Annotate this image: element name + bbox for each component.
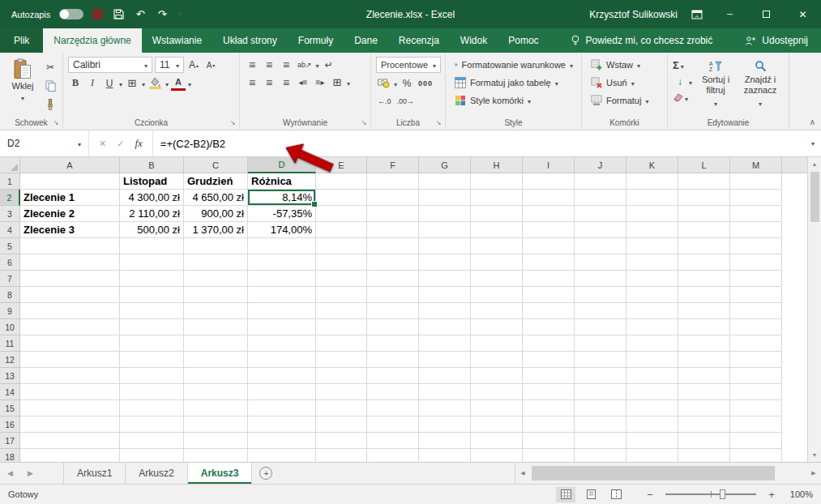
bold-button[interactable]: B	[68, 75, 83, 91]
view-page-break-button[interactable]	[606, 487, 626, 502]
cell-K11[interactable]	[626, 335, 678, 352]
cell-L4[interactable]	[678, 222, 730, 238]
cell-F7[interactable]	[367, 271, 419, 287]
cell-C18[interactable]	[184, 449, 248, 462]
cell-D15[interactable]	[248, 400, 316, 416]
orientation-caret-icon[interactable]	[316, 60, 319, 70]
cell-L8[interactable]	[678, 287, 730, 303]
cell-K15[interactable]	[626, 400, 678, 416]
cell-C10[interactable]	[184, 319, 248, 335]
cell-I13[interactable]	[523, 368, 575, 384]
select-all-corner[interactable]	[0, 157, 20, 173]
font-color-button[interactable]: A	[171, 75, 186, 91]
cell-G1[interactable]	[419, 173, 471, 190]
enter-button[interactable]	[117, 138, 124, 149]
column-header-i[interactable]: I	[523, 157, 575, 173]
add-sheet-button[interactable]: +	[252, 463, 280, 484]
horizontal-scrollbar[interactable]	[515, 463, 821, 484]
cell-A11[interactable]	[20, 335, 120, 352]
formula-bar-expand-button[interactable]	[805, 130, 821, 156]
find-select-button[interactable]: Znajdź i zaznacz	[739, 57, 781, 116]
cell-G16[interactable]	[419, 416, 471, 433]
sort-filter-button[interactable]: AZ Sortuj i filtruj	[695, 57, 737, 116]
row-header-17[interactable]: 17	[0, 433, 20, 449]
cell-B14[interactable]	[120, 384, 184, 400]
cell-L14[interactable]	[678, 384, 730, 400]
cell-C14[interactable]	[184, 384, 248, 400]
cell-I5[interactable]	[523, 238, 575, 254]
tab-formu-y[interactable]: Formuły	[288, 28, 344, 53]
cell-C5[interactable]	[184, 238, 248, 254]
cell-H4[interactable]	[471, 222, 523, 238]
row-header-7[interactable]: 7	[0, 271, 20, 287]
cell-L9[interactable]	[678, 303, 730, 319]
cell-G14[interactable]	[419, 384, 471, 400]
cell-B5[interactable]	[120, 238, 184, 254]
cell-C13[interactable]	[184, 368, 248, 384]
cell-K8[interactable]	[626, 287, 678, 303]
cell-F5[interactable]	[367, 238, 419, 254]
cell-J1[interactable]	[575, 173, 626, 190]
row-header-18[interactable]: 18	[0, 449, 20, 462]
cell-A13[interactable]	[20, 368, 120, 384]
cell-M11[interactable]	[730, 335, 782, 352]
cell-D17[interactable]	[248, 433, 316, 449]
cell-D13[interactable]	[248, 368, 316, 384]
qat-customize-button[interactable]	[177, 11, 181, 18]
cell-B2[interactable]: 4 300,00 zł	[120, 190, 184, 206]
row-header-5[interactable]: 5	[0, 238, 20, 254]
undo-button[interactable]	[134, 8, 147, 21]
cell-L13[interactable]	[678, 368, 730, 384]
column-header-m[interactable]: M	[730, 157, 782, 173]
cell-L10[interactable]	[678, 319, 730, 335]
cell-A18[interactable]	[20, 449, 120, 462]
cell-G5[interactable]	[419, 238, 471, 254]
cell-E14[interactable]	[316, 384, 367, 400]
cell-E2[interactable]	[316, 190, 367, 206]
cell-B6[interactable]	[120, 254, 184, 271]
redo-button[interactable]	[156, 8, 169, 21]
cell-G3[interactable]	[419, 206, 471, 222]
row-header-9[interactable]: 9	[0, 303, 20, 319]
scroll-right-button[interactable]	[806, 463, 821, 484]
zoom-slider-thumb[interactable]	[720, 489, 725, 499]
cell-B12[interactable]	[120, 352, 184, 368]
cell-K1[interactable]	[626, 173, 678, 190]
row-header-16[interactable]: 16	[0, 416, 20, 433]
decrease-decimal-button[interactable]	[396, 93, 417, 109]
merge-center-button[interactable]	[330, 75, 344, 90]
cell-A2[interactable]: Zlecenie 1	[20, 190, 120, 206]
cell-A17[interactable]	[20, 433, 120, 449]
cell-I11[interactable]	[523, 335, 575, 352]
cell-G15[interactable]	[419, 400, 471, 416]
row-header-13[interactable]: 13	[0, 368, 20, 384]
conditional-formatting-button[interactable]: Formatowanie warunkowe	[451, 56, 577, 73]
cell-C9[interactable]	[184, 303, 248, 319]
cell-D3[interactable]: -57,35%	[248, 206, 316, 222]
align-center-button[interactable]	[262, 75, 276, 90]
cell-H16[interactable]	[471, 416, 523, 433]
cell-J16[interactable]	[575, 416, 626, 433]
sheet-tab-arkusz3[interactable]: Arkusz3	[188, 463, 253, 484]
cell-H8[interactable]	[471, 287, 523, 303]
collapse-ribbon-button[interactable]	[810, 117, 815, 126]
cell-M2[interactable]	[730, 190, 782, 206]
cell-H3[interactable]	[471, 206, 523, 222]
align-top-button[interactable]	[245, 57, 259, 72]
ribbon-display-options-button[interactable]	[691, 8, 703, 21]
cell-J8[interactable]	[575, 287, 626, 303]
cell-A4[interactable]: Zlecenie 3	[20, 222, 120, 238]
cell-F2[interactable]	[367, 190, 419, 206]
cell-G8[interactable]	[419, 287, 471, 303]
zoom-in-button[interactable]	[765, 489, 778, 501]
cell-B10[interactable]	[120, 319, 184, 335]
cell-K2[interactable]	[626, 190, 678, 206]
cell-J10[interactable]	[575, 319, 626, 335]
cell-M17[interactable]	[730, 433, 782, 449]
cell-L12[interactable]	[678, 352, 730, 368]
number-format-select[interactable]: Procentowe	[376, 57, 441, 73]
cell-A6[interactable]	[20, 254, 120, 271]
cell-J2[interactable]	[575, 190, 626, 206]
insert-function-button[interactable]: fx	[135, 137, 142, 150]
column-header-g[interactable]: G	[419, 157, 471, 173]
